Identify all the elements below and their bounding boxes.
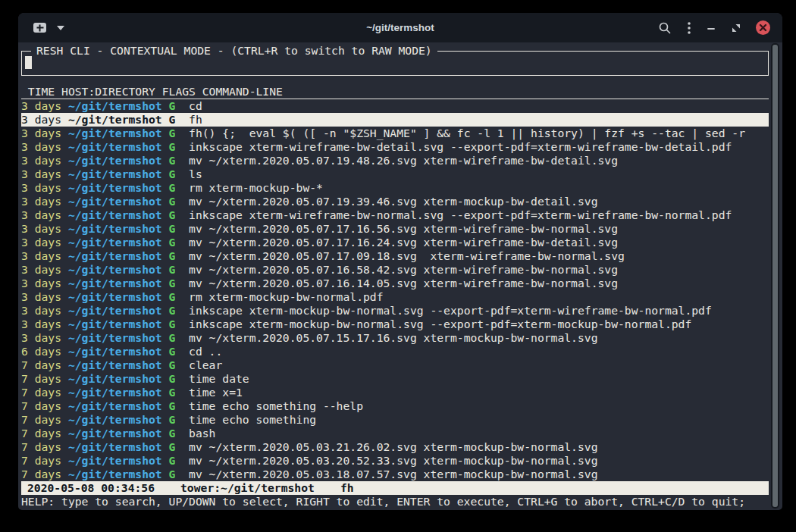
row-time: 3 days: [21, 127, 68, 139]
table-row[interactable]: 7 days ~/git/termshot G time echo someth…: [21, 399, 769, 413]
status-bar: 2020-05-08 00:34:56tower:~/git/termshotf…: [21, 481, 769, 495]
table-row[interactable]: 7 days ~/git/termshot G time x=1: [21, 386, 769, 399]
row-command: mv ~/xterm.2020.05.07.17.09.18.svg xterm…: [189, 249, 625, 262]
menu-button[interactable]: [687, 21, 691, 35]
table-row[interactable]: 7 days ~/git/termshot G mv ~/xterm.2020.…: [21, 454, 769, 468]
table-row[interactable]: 3 days ~/git/termshot G mv ~/xterm.2020.…: [21, 277, 769, 290]
close-button[interactable]: [756, 20, 770, 35]
terminal-window: ~/git/termshot: [18, 13, 782, 510]
status-host-path: tower:~/git/termshot: [180, 481, 315, 494]
table-row[interactable]: 3 days ~/git/termshot G fh: [21, 113, 769, 127]
row-command: mv ~/xterm.2020.05.03.20.52.33.svg xterm…: [189, 454, 597, 467]
row-flags: G: [162, 468, 189, 480]
minimize-button[interactable]: [707, 23, 716, 33]
table-row[interactable]: 7 days ~/git/termshot G mv ~/xterm.2020.…: [21, 468, 769, 481]
row-directory: ~/git/termshot: [68, 427, 162, 440]
row-directory: ~/git/termshot: [68, 181, 162, 194]
row-directory: ~/git/termshot: [68, 304, 162, 317]
row-time: 7 days: [21, 358, 68, 371]
row-flags: G: [162, 454, 189, 467]
table-row[interactable]: 3 days ~/git/termshot G cd: [21, 99, 769, 113]
row-time: 7 days: [21, 372, 68, 385]
row-command: bash: [189, 427, 215, 440]
row-directory: ~/git/termshot: [68, 263, 162, 276]
row-command: mv ~/xterm.2020.05.03.18.07.57.svg xterm…: [189, 468, 597, 480]
row-command: time echo something: [189, 413, 316, 426]
row-directory: ~/git/termshot: [68, 222, 162, 235]
row-directory: ~/git/termshot: [68, 195, 162, 208]
row-directory: ~/git/termshot: [68, 318, 162, 330]
row-flags: G: [162, 331, 189, 344]
row-command: mv ~/xterm.2020.05.07.17.16.24.svg xterm…: [189, 236, 618, 249]
row-directory: ~/git/termshot: [68, 208, 162, 221]
table-row[interactable]: 3 days ~/git/termshot G ls: [21, 167, 769, 181]
table-row[interactable]: 7 days ~/git/termshot G clear: [21, 358, 769, 372]
row-directory: ~/git/termshot: [68, 290, 162, 303]
row-time: 7 days: [21, 399, 68, 412]
row-time: 3 days: [21, 236, 68, 249]
row-time: 3 days: [21, 154, 68, 167]
scrollbar-thumb[interactable]: [771, 43, 779, 509]
restore-button[interactable]: [731, 23, 741, 33]
row-time: 3 days: [21, 277, 68, 289]
search-icon: [658, 21, 672, 35]
row-flags: G: [162, 345, 189, 358]
row-flags: G: [162, 99, 189, 112]
resh-box-title: RESH CLI - CONTEXTUAL MODE - (CTRL+R to …: [31, 44, 437, 58]
table-row[interactable]: 7 days ~/git/termshot G time date: [21, 372, 769, 386]
row-flags: G: [162, 236, 189, 249]
table-row[interactable]: 3 days ~/git/termshot G mv ~/xterm.2020.…: [21, 222, 769, 236]
table-row[interactable]: 3 days ~/git/termshot G inkscape xterm-m…: [21, 318, 769, 331]
row-directory: ~/git/termshot: [68, 440, 162, 453]
row-flags: G: [162, 263, 189, 276]
table-row[interactable]: 3 days ~/git/termshot G mv ~/xterm.2020.…: [21, 195, 769, 208]
table-row[interactable]: 3 days ~/git/termshot G mv ~/xterm.2020.…: [21, 331, 769, 345]
table-row[interactable]: 3 days ~/git/termshot G inkscape xterm-w…: [21, 208, 769, 222]
row-time: 3 days: [21, 99, 68, 112]
table-row[interactable]: 3 days ~/git/termshot G rm xterm-mockup-…: [21, 181, 769, 195]
table-row[interactable]: 6 days ~/git/termshot G cd ..: [21, 345, 769, 358]
row-flags: G: [162, 127, 189, 139]
row-time: 3 days: [21, 167, 68, 180]
terminal-content: RESH CLI - CONTEXTUAL MODE - (CTRL+R to …: [18, 42, 782, 510]
row-time: 3 days: [21, 290, 68, 303]
row-command: cd: [189, 99, 202, 112]
titlebar[interactable]: ~/git/termshot: [18, 13, 782, 42]
table-row[interactable]: 3 days ~/git/termshot G mv ~/xterm.2020.…: [21, 249, 769, 263]
table-row[interactable]: 7 days ~/git/termshot G bash: [21, 427, 769, 440]
tab-dropdown-button[interactable]: [57, 26, 64, 30]
table-row[interactable]: 3 days ~/git/termshot G fh() {; eval $( …: [21, 127, 769, 140]
row-flags: G: [162, 113, 189, 126]
row-time: 3 days: [21, 249, 68, 262]
table-row[interactable]: 7 days ~/git/termshot G time echo someth…: [21, 413, 769, 427]
row-directory: ~/git/termshot: [68, 249, 162, 262]
table-row[interactable]: 3 days ~/git/termshot G inkscape xterm-m…: [21, 304, 769, 318]
row-command: clear: [189, 358, 222, 371]
row-directory: ~/git/termshot: [68, 386, 162, 399]
row-directory: ~/git/termshot: [68, 454, 162, 467]
row-command: mv ~/xterm.2020.05.03.21.26.02.svg xterm…: [189, 440, 597, 453]
row-time: 3 days: [21, 195, 68, 208]
table-row[interactable]: 7 days ~/git/termshot G mv ~/xterm.2020.…: [21, 440, 769, 454]
row-command: mv ~/xterm.2020.05.07.19.39.46.svg xterm…: [189, 195, 597, 208]
close-icon: [759, 23, 767, 32]
row-directory: ~/git/termshot: [68, 413, 162, 426]
row-flags: G: [162, 277, 189, 289]
table-row[interactable]: 3 days ~/git/termshot G mv ~/xterm.2020.…: [21, 154, 769, 167]
row-flags: G: [162, 358, 189, 371]
help-line: HELP: type to search, UP/DOWN to select,…: [21, 495, 769, 509]
row-command: mv ~/xterm.2020.05.07.19.48.26.svg xterm…: [189, 154, 618, 167]
table-row[interactable]: 3 days ~/git/termshot G mv ~/xterm.2020.…: [21, 236, 769, 249]
table-row[interactable]: 3 days ~/git/termshot G inkscape xterm-w…: [21, 140, 769, 154]
new-tab-button[interactable]: [33, 23, 46, 33]
row-time: 7 days: [21, 427, 68, 440]
row-time: 7 days: [21, 440, 68, 453]
row-directory: ~/git/termshot: [68, 345, 162, 358]
row-flags: G: [162, 427, 189, 440]
search-button[interactable]: [658, 21, 672, 35]
table-row[interactable]: 3 days ~/git/termshot G mv ~/xterm.2020.…: [21, 263, 769, 277]
row-directory: ~/git/termshot: [68, 372, 162, 385]
search-input[interactable]: RESH CLI - CONTEXTUAL MODE - (CTRL+R to …: [21, 51, 769, 76]
table-row[interactable]: 3 days ~/git/termshot G rm xterm-mockup-…: [21, 290, 769, 304]
row-command: time echo something --help: [189, 399, 363, 412]
